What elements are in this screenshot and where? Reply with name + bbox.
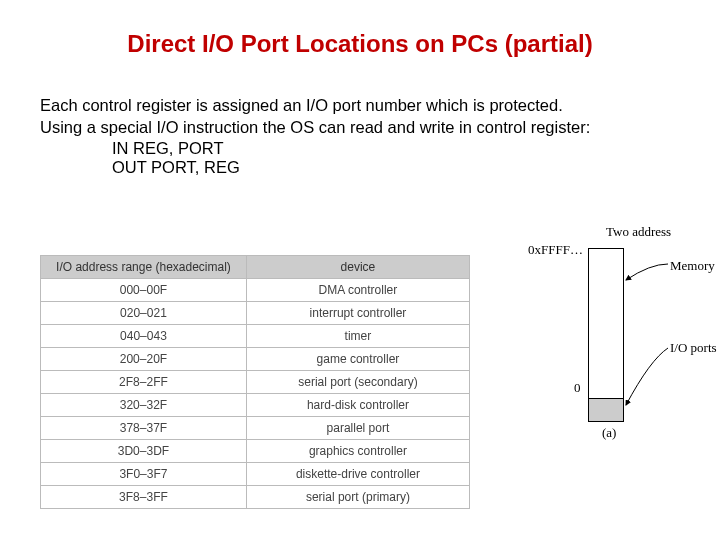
- instruction-in: IN REG, PORT: [112, 139, 224, 157]
- paragraph-1: Each control register is assigned an I/O…: [40, 96, 563, 114]
- table-header-row: I/O address range (hexadecimal) device: [41, 256, 470, 279]
- table-row: 3F8–3FFserial port (primary): [41, 486, 470, 509]
- col-header-range: I/O address range (hexadecimal): [41, 256, 247, 279]
- table-row: 2F8–2FFserial port (secondary): [41, 371, 470, 394]
- table-row: 040–043timer: [41, 325, 470, 348]
- col-header-device: device: [246, 256, 469, 279]
- io-port-table: I/O address range (hexadecimal) device 0…: [40, 255, 470, 509]
- address-space-diagram: Two address 0xFFFF… 0 Memory I/O ports (…: [520, 220, 720, 450]
- table-row: 320–32Fhard-disk controller: [41, 394, 470, 417]
- table-row: 3F0–3F7diskette-drive controller: [41, 463, 470, 486]
- diagram-arrows: [520, 220, 720, 450]
- slide-title: Direct I/O Port Locations on PCs (partia…: [40, 30, 680, 58]
- paragraph-2: Using a special I/O instruction the OS c…: [40, 118, 590, 136]
- table-row: 378–37Fparallel port: [41, 417, 470, 440]
- body-text: Each control register is assigned an I/O…: [40, 94, 680, 178]
- table-row: 200–20Fgame controller: [41, 348, 470, 371]
- table-row: 020–021interrupt controller: [41, 302, 470, 325]
- instruction-out: OUT PORT, REG: [112, 158, 240, 176]
- table-row: 000–00FDMA controller: [41, 279, 470, 302]
- table-row: 3D0–3DFgraphics controller: [41, 440, 470, 463]
